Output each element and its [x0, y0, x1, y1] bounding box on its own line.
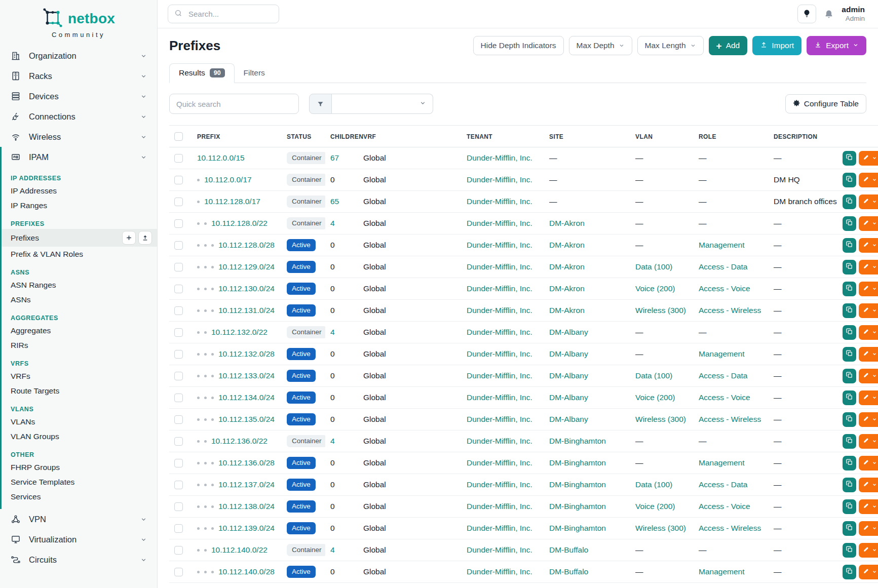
column-header-role[interactable]: ROLE	[694, 126, 769, 147]
add-prefix-button[interactable]	[122, 231, 136, 245]
clone-button[interactable]	[843, 325, 856, 340]
clone-button[interactable]	[843, 303, 856, 318]
edit-dropdown-button[interactable]	[859, 173, 878, 187]
tenant-link[interactable]: Dunder-Mifflin, Inc.	[467, 349, 532, 358]
edit-dropdown-button[interactable]	[859, 303, 878, 318]
role-link[interactable]: Access - Voice	[699, 393, 750, 402]
sidebar-item-connections[interactable]: Connections	[0, 106, 157, 127]
tenant-link[interactable]: Dunder-Mifflin, Inc.	[467, 415, 532, 423]
export-button[interactable]: Export	[807, 36, 866, 55]
column-header-prefix[interactable]: PREFIX	[192, 126, 282, 147]
edit-dropdown-button[interactable]	[859, 565, 878, 579]
select-all-checkbox[interactable]	[174, 132, 183, 141]
search-input[interactable]	[187, 9, 290, 19]
prefix-link[interactable]: 10.112.134.0/24	[218, 393, 275, 402]
role-link[interactable]: Access - Wireless	[699, 306, 761, 315]
edit-dropdown-button[interactable]	[859, 282, 878, 296]
tenant-link[interactable]: Dunder-Mifflin, Inc.	[467, 328, 532, 336]
tenant-link[interactable]: Dunder-Mifflin, Inc.	[467, 153, 532, 162]
tenant-link[interactable]: Dunder-Mifflin, Inc.	[467, 197, 532, 206]
role-link[interactable]: Access - Data	[699, 371, 747, 380]
prefix-link[interactable]: 10.112.128.0/22	[211, 219, 268, 227]
edit-dropdown-button[interactable]	[859, 412, 878, 427]
theme-toggle-button[interactable]	[797, 5, 816, 23]
row-checkbox[interactable]	[174, 154, 183, 163]
tenant-link[interactable]: Dunder-Mifflin, Inc.	[467, 284, 532, 293]
max-depth-dropdown[interactable]: Max Depth	[569, 36, 632, 55]
row-checkbox[interactable]	[174, 524, 183, 533]
clone-button[interactable]	[843, 238, 856, 253]
prefix-link[interactable]: 10.112.132.0/22	[211, 328, 268, 336]
prefix-link[interactable]: 10.112.135.0/24	[218, 415, 275, 423]
site-link[interactable]: DM-Binghamton	[549, 502, 606, 511]
edit-dropdown-button[interactable]	[859, 260, 878, 275]
sidebar-item-vlan-groups[interactable]: VLAN Groups	[2, 429, 157, 444]
edit-dropdown-button[interactable]	[859, 521, 878, 536]
sidebar-item-ip-addresses[interactable]: IP Addresses	[2, 183, 157, 198]
vlan-link[interactable]: Voice (200)	[635, 502, 675, 511]
row-checkbox[interactable]	[174, 481, 183, 489]
edit-dropdown-button[interactable]	[859, 151, 878, 166]
clone-button[interactable]	[843, 347, 856, 362]
children-count-link[interactable]: 65	[330, 197, 339, 206]
vlan-link[interactable]: Voice (200)	[635, 393, 675, 402]
quick-search-input[interactable]	[169, 94, 299, 114]
row-checkbox[interactable]	[174, 437, 183, 446]
column-header-site[interactable]: SITE	[544, 126, 630, 147]
role-link[interactable]: Access - Data	[699, 480, 747, 489]
brand[interactable]: netbox Community	[0, 0, 157, 46]
clone-button[interactable]	[843, 390, 856, 405]
clone-button[interactable]	[843, 521, 856, 536]
row-checkbox[interactable]	[174, 415, 183, 424]
row-checkbox[interactable]	[174, 219, 183, 228]
sidebar-item-services[interactable]: Services	[2, 489, 157, 504]
role-link[interactable]: Access - Wireless	[699, 524, 761, 532]
row-checkbox[interactable]	[174, 394, 183, 402]
row-checkbox[interactable]	[174, 350, 183, 359]
column-header-vrf[interactable]: VRF	[358, 126, 462, 147]
column-header-vlan[interactable]: VLAN	[630, 126, 694, 147]
column-header-children[interactable]: CHILDREN	[325, 126, 358, 147]
clone-button[interactable]	[843, 216, 856, 231]
prefix-link[interactable]: 10.112.137.0/24	[218, 480, 275, 489]
prefix-link[interactable]: 10.112.136.0/28	[218, 458, 275, 467]
prefix-link[interactable]: 10.112.130.0/24	[218, 284, 275, 293]
row-checkbox[interactable]	[174, 306, 183, 315]
children-count-link[interactable]: 4	[330, 328, 335, 336]
edit-dropdown-button[interactable]	[859, 390, 878, 405]
clone-button[interactable]	[843, 194, 856, 209]
row-checkbox[interactable]	[174, 459, 183, 467]
site-link[interactable]: DM-Akron	[549, 241, 585, 249]
site-link[interactable]: DM-Akron	[549, 306, 585, 315]
configure-table-button[interactable]: Configure Table	[785, 94, 866, 113]
tenant-link[interactable]: Dunder-Mifflin, Inc.	[467, 219, 532, 227]
tenant-link[interactable]: Dunder-Mifflin, Inc.	[467, 306, 532, 315]
clone-button[interactable]	[843, 456, 856, 471]
tenant-link[interactable]: Dunder-Mifflin, Inc.	[467, 502, 532, 511]
prefix-link[interactable]: 10.112.133.0/24	[218, 371, 275, 380]
prefix-link[interactable]: 10.112.129.0/24	[218, 262, 275, 271]
role-link[interactable]: Access - Voice	[699, 502, 750, 511]
site-link[interactable]: DM-Binghamton	[549, 437, 606, 445]
hide-depth-indicators-button[interactable]: Hide Depth Indicators	[473, 36, 564, 55]
prefix-link[interactable]: 10.112.136.0/22	[211, 437, 268, 445]
site-link[interactable]: DM-Binghamton	[549, 480, 606, 489]
prefix-link[interactable]: 10.112.0.0/15	[197, 153, 245, 162]
site-link[interactable]: DM-Akron	[549, 219, 585, 227]
prefix-link[interactable]: 10.112.132.0/28	[218, 349, 275, 358]
notifications-bell-icon[interactable]	[824, 9, 834, 19]
clone-button[interactable]	[843, 151, 856, 166]
sidebar-item-prefix-vlan-roles[interactable]: Prefix & VLAN Roles	[2, 247, 157, 261]
row-checkbox[interactable]	[174, 263, 183, 271]
clone-button[interactable]	[843, 260, 856, 275]
tenant-link[interactable]: Dunder-Mifflin, Inc.	[467, 241, 532, 249]
edit-dropdown-button[interactable]	[859, 369, 878, 383]
prefix-link[interactable]: 10.112.128.0/17	[204, 197, 260, 206]
site-link[interactable]: DM-Albany	[549, 371, 588, 380]
site-link[interactable]: DM-Binghamton	[549, 524, 606, 532]
vlan-link[interactable]: Voice (200)	[635, 284, 675, 293]
prefix-link[interactable]: 10.112.140.0/22	[211, 545, 268, 554]
role-link[interactable]: Access - Voice	[699, 284, 750, 293]
max-length-dropdown[interactable]: Max Length	[637, 36, 704, 55]
site-link[interactable]: DM-Albany	[549, 328, 588, 336]
